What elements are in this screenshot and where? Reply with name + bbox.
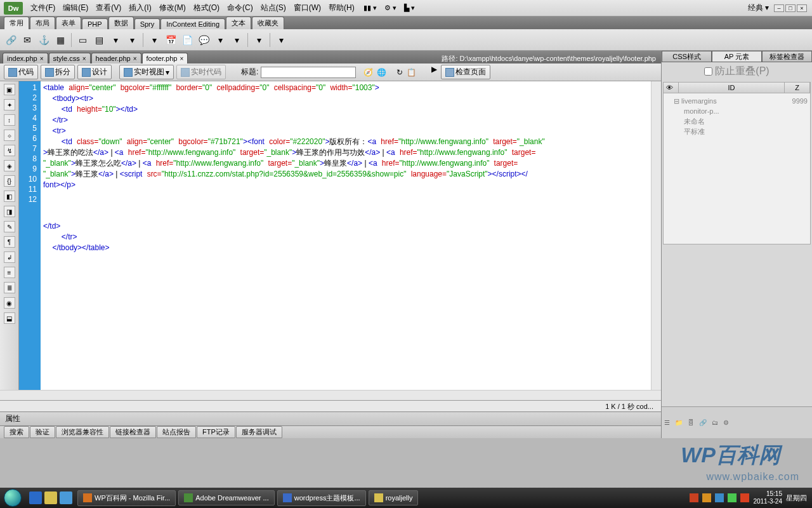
results-tab-links[interactable]: 链接检查器 [110, 426, 156, 438]
file-tab-footer[interactable]: footer.php× [142, 53, 188, 64]
task-folder[interactable]: royaljelly [369, 490, 419, 505]
script-icon[interactable]: 💬 [197, 33, 211, 47]
menu-file[interactable]: 文件(F) [27, 3, 59, 13]
tree-item[interactable]: ⊟ livemargins 9999 [666, 96, 808, 106]
refresh-icon[interactable]: ↻ [396, 68, 403, 77]
nav-icon[interactable]: 🧭 [363, 68, 373, 77]
results-tab-validate[interactable]: 验证 [30, 426, 55, 438]
more2-icon[interactable]: ▾ [274, 33, 288, 47]
tray-icon[interactable] [728, 493, 737, 502]
live-view-button[interactable]: 实时视图 ▾ [119, 65, 174, 79]
cat-tab-forms[interactable]: 表单 [56, 17, 81, 29]
tray-icon[interactable] [702, 493, 711, 502]
date-icon[interactable]: 📅 [164, 33, 178, 47]
file-tab-header[interactable]: header.php× [91, 53, 141, 64]
panel-tab-css[interactable]: CSS样式 [662, 51, 712, 62]
minimize-button[interactable]: – [774, 4, 784, 12]
image-icon[interactable]: ▾ [125, 33, 139, 47]
cat-tab-layout[interactable]: 布局 [30, 17, 55, 29]
globe-icon[interactable]: 🌐 [377, 68, 386, 77]
div-icon[interactable]: ▭ [75, 33, 89, 47]
vertical-scrollbar[interactable] [651, 81, 661, 390]
panel-tab-tag[interactable]: 标签检查器 [762, 51, 812, 62]
system-clock[interactable]: 15:15 2011-3-24 [753, 490, 782, 505]
results-tab-site[interactable]: 站点报告 [157, 426, 196, 438]
cat-tab-data[interactable]: 数据 [108, 17, 134, 29]
panel-tab-ap[interactable]: AP 元素 [712, 51, 762, 62]
close-button[interactable]: × [797, 4, 807, 12]
close-icon[interactable]: × [82, 55, 86, 62]
wrap-icon[interactable]: ↲ [4, 251, 15, 263]
close-icon[interactable]: × [40, 55, 44, 62]
outdent-icon[interactable]: ◨ [4, 206, 15, 217]
cat-tab-php[interactable]: PHP [82, 18, 108, 29]
task-dreamweaver[interactable]: Adobe Dreamweaver ... [178, 490, 275, 505]
menu-help[interactable]: 帮助(H) [325, 3, 358, 13]
cat-tab-common[interactable]: 常用 [4, 17, 29, 29]
horizontal-scrollbar[interactable] [0, 390, 661, 400]
collapse-icon[interactable]: ▣ [4, 84, 15, 95]
menu-format[interactable]: 格式(O) [190, 3, 223, 13]
ref-icon[interactable]: ◉ [4, 297, 15, 309]
properties-panel-header[interactable]: 属性 [0, 411, 661, 425]
tray-icon[interactable] [740, 493, 749, 502]
title-input[interactable] [261, 67, 356, 78]
cat-tab-fav[interactable]: 收藏夹 [252, 17, 284, 29]
layout-icon[interactable]: ▤ [92, 33, 106, 47]
menu-insert[interactable]: 插入(I) [125, 3, 155, 13]
nav-icon[interactable]: ▾ [108, 33, 122, 47]
balance-icon[interactable]: ⟐ [4, 130, 15, 141]
tag-icon[interactable]: ▾ [230, 33, 244, 47]
results-tab-browser[interactable]: 浏览器兼容性 [56, 426, 109, 438]
workspace-selector[interactable]: 经典 ▾ [745, 3, 769, 13]
indent-icon[interactable]: ◧ [4, 190, 15, 202]
file-tab-index[interactable]: index.php× [3, 53, 48, 64]
menu-view[interactable]: 查看(V) [92, 3, 125, 13]
menu-commands[interactable]: 命令(C) [223, 3, 257, 13]
template-icon[interactable]: ▾ [213, 33, 227, 47]
menu-window[interactable]: 窗口(W) [290, 3, 325, 13]
results-tab-ftp[interactable]: FTP记录 [197, 426, 235, 438]
task-word[interactable]: wordpress主题模板... [277, 490, 366, 506]
tree-item[interactable]: 平标准 [666, 126, 808, 137]
format-icon[interactable]: ✎ [4, 221, 15, 232]
design-view-button[interactable]: 设计 [77, 65, 112, 79]
cat-tab-spry[interactable]: Spry [134, 18, 160, 29]
menu-modify[interactable]: 修改(M) [155, 3, 190, 13]
expand-icon[interactable]: ✦ [4, 99, 15, 110]
prevent-overlap-checkbox[interactable] [704, 67, 712, 76]
quick-qq-icon[interactable] [60, 491, 72, 504]
email-icon[interactable]: ✉ [20, 33, 34, 47]
table-icon[interactable]: ▦ [53, 33, 67, 47]
comment-icon[interactable]: ¶ [4, 236, 15, 248]
snippet-icon[interactable]: ≣ [4, 282, 15, 293]
start-button[interactable] [0, 488, 25, 508]
syntax-icon[interactable]: {} [4, 175, 15, 187]
quick-ie-icon[interactable] [29, 491, 42, 504]
tray-icon[interactable] [690, 493, 698, 502]
menu-site[interactable]: 站点(S) [257, 3, 290, 13]
options-icon[interactable]: 📋 [407, 68, 416, 77]
recent-icon[interactable]: ≡ [4, 267, 15, 278]
tree-item[interactable]: monitor-p... [666, 106, 808, 116]
cat-tab-text[interactable]: 文本 [226, 17, 251, 29]
menu-edit[interactable]: 编辑(E) [59, 3, 92, 13]
tree-item[interactable]: 未命名 [666, 116, 808, 126]
css-icon[interactable]: ⬓ [4, 312, 15, 324]
maximize-button[interactable]: □ [785, 4, 796, 12]
more-icon[interactable]: ▾ [252, 33, 266, 47]
close-icon[interactable]: × [180, 55, 183, 62]
code-view-button[interactable]: 代码 [4, 65, 38, 79]
task-firefox[interactable]: WP百科网 - Mozilla Fir... [77, 490, 176, 506]
quick-explorer-icon[interactable] [44, 491, 57, 504]
file-tab-style[interactable]: style.css× [49, 53, 91, 64]
link-icon[interactable]: 🔗 [4, 33, 18, 47]
highlight-icon[interactable]: ◈ [4, 160, 15, 171]
select-icon[interactable]: ↕ [4, 114, 15, 126]
close-icon[interactable]: × [133, 55, 137, 62]
linenum-icon[interactable]: ↯ [4, 145, 15, 156]
code-editor[interactable]: <table align="center" bgcolor="#ffffff" … [41, 81, 651, 390]
cat-tab-ice[interactable]: InContext Editing [160, 18, 225, 29]
anchor-icon[interactable]: ⚓ [37, 33, 51, 47]
results-tab-search[interactable]: 搜索 [4, 426, 29, 438]
